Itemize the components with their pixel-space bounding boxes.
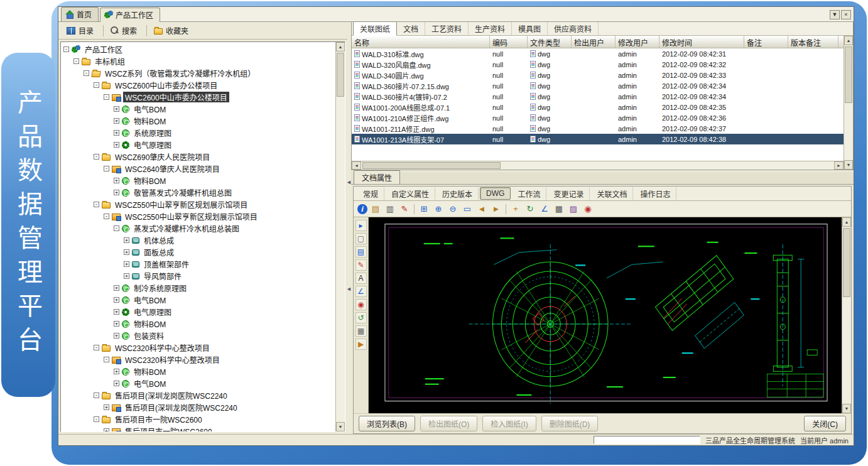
next-view-icon[interactable]: ► bbox=[490, 203, 502, 215]
tab-documents[interactable]: 文档 bbox=[397, 22, 425, 35]
tab-change-records[interactable]: 变更记录 bbox=[548, 187, 590, 200]
table-row[interactable]: WALD-310标准.dwgnulldwgadmin2012-02-09 08:… bbox=[352, 48, 844, 59]
checkin-drawing-button[interactable]: 检入图纸(I) bbox=[482, 416, 536, 431]
tree-node[interactable]: +敬管蒸发式冷凝螺杆机组总图 bbox=[61, 187, 335, 198]
tree-node-label[interactable]: WSCZ系列（敬管霜发式冷凝螺杆冷水机组） bbox=[103, 68, 257, 79]
tab-dropdown-button[interactable]: ▼ bbox=[830, 10, 840, 19]
measure-icon[interactable]: ∠ bbox=[538, 203, 551, 215]
panel-splitter[interactable]: ◄ ◄ bbox=[347, 22, 351, 434]
tree-expander-icon[interactable]: - bbox=[73, 58, 79, 64]
tree-expander-icon[interactable]: + bbox=[114, 297, 119, 303]
tab-supplier-data[interactable]: 供应商资料 bbox=[548, 22, 599, 35]
tree-expander-icon[interactable]: - bbox=[114, 225, 119, 231]
tree-node[interactable]: +制冷系统原理图 bbox=[61, 282, 335, 294]
column-header[interactable]: 文件类型 bbox=[528, 36, 572, 48]
status-input[interactable] bbox=[594, 436, 700, 444]
tree-node[interactable]: +售后项目市一院WSC2600 bbox=[61, 425, 335, 431]
tree-node-label[interactable]: 制冷系统原理图 bbox=[132, 283, 188, 293]
tree-expander-icon[interactable]: + bbox=[124, 273, 129, 279]
tree-node[interactable]: +面板总成 bbox=[61, 246, 335, 258]
redline-icon[interactable]: ✎ bbox=[398, 203, 411, 215]
tree-expander-icon[interactable]: + bbox=[114, 130, 119, 136]
tab-process-data[interactable]: 工艺资料 bbox=[425, 22, 469, 35]
table-row[interactable]: WA1001-210A修正组件.dwgnulldwgadmin2012-02-0… bbox=[352, 112, 844, 123]
scroll-track[interactable] bbox=[842, 227, 851, 404]
tab-history[interactable]: 历史版本 bbox=[437, 187, 479, 200]
tree-expander-icon[interactable]: + bbox=[104, 404, 109, 410]
scroll-track[interactable] bbox=[336, 51, 345, 422]
tree-node-label[interactable]: WSC2600中山市委办公楼项目 bbox=[123, 92, 229, 102]
tree-expander-icon[interactable]: - bbox=[63, 46, 69, 52]
scroll-thumb[interactable] bbox=[362, 162, 501, 169]
tree-node-label[interactable]: 包装资料 bbox=[132, 330, 166, 341]
tree-node[interactable]: +电气原理图 bbox=[61, 139, 335, 151]
tree-node[interactable]: +物料BOM bbox=[61, 318, 335, 330]
tree-node-label[interactable]: 售后项目(深圳龙岗医院WSC2240 bbox=[113, 390, 229, 401]
cad-vscrollbar[interactable]: ▲ ▼ bbox=[842, 217, 851, 413]
tree-expander-icon[interactable]: + bbox=[114, 333, 119, 339]
column-header[interactable]: 版本备注 bbox=[788, 36, 838, 48]
column-header[interactable]: 备注 bbox=[744, 36, 788, 48]
tree-node-label[interactable]: 电气BOM bbox=[132, 295, 168, 305]
tree-expander-icon[interactable]: + bbox=[114, 190, 119, 195]
tree-expander-icon[interactable]: + bbox=[124, 261, 129, 267]
tab-custom-props[interactable]: 自定义属性 bbox=[386, 187, 435, 200]
prev-view-icon[interactable]: ◄ bbox=[475, 203, 488, 215]
zoom-fit-icon[interactable]: ▭ bbox=[461, 203, 474, 215]
scroll-up-icon[interactable]: ▲ bbox=[844, 36, 853, 45]
tree-node[interactable]: +电气BOM bbox=[61, 377, 335, 389]
tree-node[interactable]: +售后项目(深圳龙岗医院WSC2240 bbox=[61, 401, 335, 413]
search-button[interactable]: 搜索 bbox=[106, 23, 144, 38]
zoom-window-icon[interactable]: ⊞ bbox=[418, 203, 430, 215]
tree-expander-icon[interactable]: - bbox=[94, 82, 99, 88]
tree-node-label[interactable]: WSC2640肇庆人民医院项目 bbox=[123, 163, 222, 174]
tree-node-label[interactable]: 物料BOM bbox=[132, 318, 168, 329]
tab-production-data[interactable]: 生产资料 bbox=[469, 22, 512, 35]
tree-expander-icon[interactable]: + bbox=[114, 142, 119, 148]
tree-node[interactable]: -WSC2320科学中心整改项目 bbox=[61, 354, 335, 366]
tree-node-label[interactable]: 敬管蒸发式冷凝螺杆机组总图 bbox=[132, 187, 234, 198]
tree-node[interactable]: -WSCZ690肇庆人民医院项目 bbox=[61, 151, 335, 163]
tree-node[interactable]: +系统原理图 bbox=[61, 127, 335, 139]
print-icon[interactable]: ▥ bbox=[384, 203, 396, 215]
tree-expander-icon[interactable]: - bbox=[94, 345, 99, 350]
tree-node[interactable]: +物料BOM bbox=[61, 175, 335, 187]
tree-node-label[interactable]: 电气原理图 bbox=[132, 139, 173, 150]
tree-expander-icon[interactable]: + bbox=[124, 249, 129, 255]
table-row[interactable]: WALD-360接片4(镀锌)-07.2nulldwgadmin2012-02-… bbox=[352, 91, 844, 102]
scroll-down-icon[interactable]: ▼ bbox=[842, 404, 851, 413]
views-icon[interactable]: ▢ bbox=[355, 233, 367, 244]
layers-icon[interactable]: ▦ bbox=[553, 203, 565, 215]
scroll-track[interactable] bbox=[844, 45, 853, 160]
table-row[interactable]: WA1001-213A线圈支架-07nulldwgadmin2012-02-09… bbox=[352, 134, 844, 144]
stamp-side-icon[interactable]: ◉ bbox=[355, 299, 367, 310]
column-header[interactable]: 名称 bbox=[352, 36, 490, 48]
zoom-out-icon[interactable]: ⊖ bbox=[447, 203, 459, 215]
scroll-thumb[interactable] bbox=[845, 46, 852, 103]
scroll-track[interactable] bbox=[361, 161, 834, 170]
tree-node-label[interactable]: 蒸发式冷凝螺杆冷水机组总装图 bbox=[132, 223, 241, 234]
tree-expander-icon[interactable]: + bbox=[114, 106, 119, 112]
scroll-left-icon[interactable]: ◄ bbox=[352, 161, 361, 170]
tree-node[interactable]: -售后项目市一院WSC2600 bbox=[61, 413, 335, 425]
tree-node-label[interactable]: 售后项目市一院WSC2600 bbox=[113, 414, 204, 425]
tree-expander-icon[interactable]: + bbox=[114, 178, 119, 183]
scroll-down-icon[interactable]: ▼ bbox=[336, 422, 345, 431]
tab-related-docs[interactable]: 关联文档 bbox=[591, 187, 633, 200]
pan-icon[interactable]: + bbox=[509, 203, 522, 215]
tree-node[interactable]: -蒸发式冷凝螺杆冷水机组总装图 bbox=[61, 222, 335, 234]
rotate-icon[interactable]: ↻ bbox=[524, 203, 536, 215]
tree-node-label[interactable]: 导风筒部件 bbox=[142, 271, 183, 281]
tree-expander-icon[interactable]: + bbox=[114, 381, 119, 386]
open-file-icon[interactable]: ▤ bbox=[369, 203, 382, 215]
tree-node-label[interactable]: WSCZ550中山翠亨新区规划展示馆项目 bbox=[113, 199, 249, 210]
tab-doc-properties[interactable]: 文档属性 bbox=[354, 170, 400, 184]
undo-icon[interactable]: ↺ bbox=[355, 312, 367, 323]
table-row[interactable]: WA1001-200A线圈总成-07.1nulldwgadmin2012-02-… bbox=[352, 102, 844, 112]
tree-node-label[interactable]: WSCZ690肇庆人民医院项目 bbox=[113, 151, 212, 162]
tree-expander-icon[interactable]: - bbox=[94, 154, 99, 160]
splitter-collapse-icon[interactable]: ◄ bbox=[346, 179, 352, 185]
column-header[interactable]: 检出用户 bbox=[572, 36, 616, 48]
tree-node[interactable]: +电气BOM bbox=[61, 294, 335, 306]
tree-node[interactable]: +顶盖框架部件 bbox=[61, 258, 335, 270]
